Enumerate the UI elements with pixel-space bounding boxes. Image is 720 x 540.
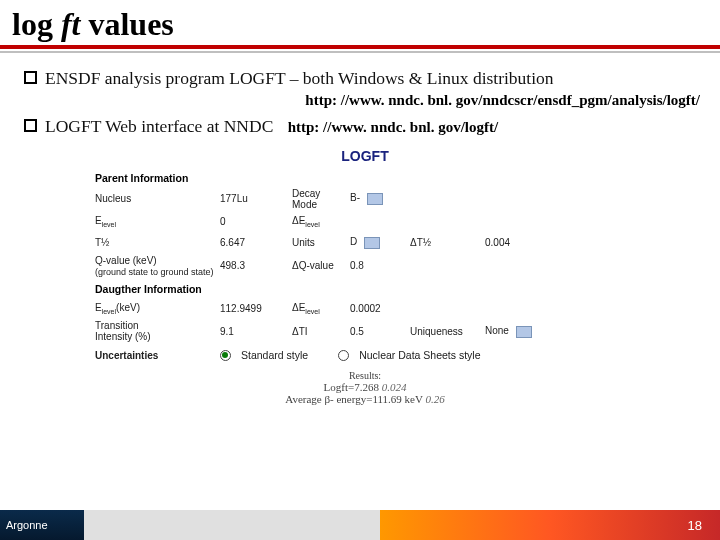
bullet-1: ENSDF analysis program LOGFT – both Wind… [24,67,706,90]
value-delta-elevel-d: 0.0002 [350,303,410,314]
radio-nds-label: Nuclear Data Sheets style [359,349,480,361]
value-units[interactable]: D [350,236,410,248]
value-elevel-p: 0 [220,216,292,227]
logft-form: LOGFT Parent Information Nucleus 177Lu D… [95,148,635,406]
footer-page: 18 [380,510,720,540]
value-thalf: 6.647 [220,237,292,248]
footer-logo: Argonne [0,510,84,540]
value-delta-ti: 0.5 [350,326,410,337]
results-logft: Logft=7.268 0.024 [95,381,635,393]
label-delta-qvalue: ΔQ-value [292,260,350,271]
label-decay-mode: DecayMode [292,188,350,210]
label-uniqueness: Uniqueness [410,326,485,337]
row-qvalue: Q-value (keV)(ground state to ground sta… [95,255,635,278]
value-delta-thalf: 0.004 [485,237,540,248]
value-nucleus: 177Lu [220,193,292,204]
bullet-2-text: LOGFT Web interface at NNDC http: //www.… [45,115,498,138]
section-daughter: Daugther Information [95,283,635,295]
beta-label: Average β- energy= [285,393,372,405]
url-1: http: //www. nndc. bnl. gov/nndcscr/ensd… [24,92,706,109]
uniqueness-text: None [485,325,509,336]
row-uncertainties: Uncertainties Standard style Nuclear Dat… [95,346,635,364]
title-pre: log [12,6,61,42]
bullet-box-icon [24,71,37,84]
results-block: Results: Logft=7.268 0.024 Average β- en… [95,370,635,405]
footer-mid [84,510,380,540]
dropdown-icon[interactable] [516,326,532,338]
row-elevel-daughter: Elevel(keV) 112.9499 ΔElevel 0.0002 [95,299,635,317]
label-uncertainties: Uncertainties [95,350,220,361]
dropdown-icon[interactable] [364,237,380,249]
bullet-2-label: LOGFT Web interface at NNDC [45,116,273,136]
label-delta-thalf: ΔT½ [410,237,485,248]
decay-mode-text: B- [350,192,360,203]
units-text: D [350,236,357,247]
dropdown-icon[interactable] [367,193,383,205]
radio-standard-label: Standard style [241,349,308,361]
value-elevel-d: 112.9499 [220,303,292,314]
row-nucleus: Nucleus 177Lu DecayMode B- [95,188,635,210]
label-elevel-d: Elevel(keV) [95,302,220,316]
logft-value: 7.268 [354,381,379,393]
footer: Argonne 18 [0,510,720,540]
row-elevel-parent: Elevel 0 ΔElevel [95,213,635,231]
logft-label: Logft= [324,381,355,393]
bullet-2: LOGFT Web interface at NNDC http: //www.… [24,115,706,138]
label-thalf: T½ [95,237,220,248]
label-ti: TransitionIntensity (%) [95,320,220,342]
results-head: Results: [95,370,635,381]
row-thalf: T½ 6.647 Units D ΔT½ 0.004 [95,234,635,252]
title-italic: ft [61,6,81,42]
logft-unc: 0.024 [382,381,407,393]
radio-standard[interactable] [220,350,231,361]
label-delta-ti: ΔTI [292,326,350,337]
results-beta: Average β- energy=111.69 keV 0.26 [95,393,635,405]
value-delta-qvalue: 0.8 [350,260,410,271]
radio-nds[interactable] [338,350,349,361]
value-uniqueness[interactable]: None [485,325,540,337]
label-delta-elevel-d: ΔElevel [292,302,350,315]
label-delta-elevel-p: ΔElevel [292,215,350,228]
value-qvalue: 498.3 [220,260,292,271]
bullet-box-icon [24,119,37,132]
row-ti: TransitionIntensity (%) 9.1 ΔTI 0.5 Uniq… [95,320,635,342]
label-elevel-p: Elevel [95,215,220,229]
slide-title: log ft values [0,0,720,49]
url-2: http: //www. nndc. bnl. gov/logft/ [288,119,498,135]
section-parent: Parent Information [95,172,635,184]
beta-value: 111.69 keV [372,393,422,405]
bullet-1-text: ENSDF analysis program LOGFT – both Wind… [45,67,554,90]
title-post: values [80,6,173,42]
label-qvalue: Q-value (keV)(ground state to ground sta… [95,255,220,278]
radio-group: Standard style Nuclear Data Sheets style [220,349,481,361]
beta-unc: 0.26 [425,393,444,405]
value-ti: 9.1 [220,326,292,337]
content-area: ENSDF analysis program LOGFT – both Wind… [0,53,720,405]
form-app-title: LOGFT [95,148,635,164]
label-nucleus: Nucleus [95,193,220,204]
value-decay-mode[interactable]: B- [350,192,410,204]
label-units: Units [292,237,350,248]
